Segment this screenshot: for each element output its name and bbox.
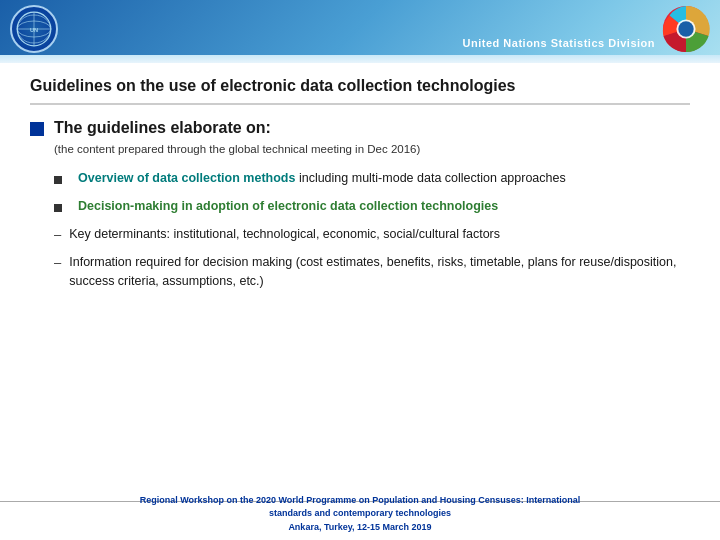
bullet-marker-square-2: [54, 199, 70, 215]
guidelines-heading: The guidelines elaborate on:: [30, 119, 690, 137]
un-logo: UN: [10, 5, 58, 53]
square-bullet-icon: [30, 122, 44, 136]
bullet-marker-square-1: [54, 171, 70, 187]
bullet-item-3: – Key determinants: institutional, techn…: [54, 225, 690, 243]
highlight-overview: Overview of data collection methods: [78, 171, 295, 185]
footer-line-3: Ankara, Turkey, 12-15 March 2019: [20, 521, 700, 535]
bullet-text-1: Overview of data collection methods incl…: [78, 169, 566, 187]
light-gradient-bar: [0, 55, 720, 63]
bullet-marker-dash-2: –: [54, 255, 61, 270]
bullet-item-4: – Information required for decision maki…: [54, 253, 690, 289]
bullet-text-rest-1: including multi-mode data collection app…: [299, 171, 566, 185]
main-content: Guidelines on the use of electronic data…: [0, 63, 720, 310]
un-stats-division-label: United Nations Statistics Division: [463, 37, 655, 49]
svg-point-8: [678, 21, 693, 36]
highlight-decision: Decision-making in adoption of electroni…: [78, 199, 498, 213]
bullet-text-2: Decision-making in adoption of electroni…: [78, 197, 498, 215]
sub-note: (the content prepared through the global…: [54, 143, 690, 155]
guidelines-heading-text: The guidelines elaborate on:: [54, 119, 271, 137]
svg-text:UN: UN: [30, 27, 38, 33]
bullet-item-2: Decision-making in adoption of electroni…: [54, 197, 690, 215]
bullet-item-1: Overview of data collection methods incl…: [54, 169, 690, 187]
bullet-marker-dash-1: –: [54, 227, 61, 242]
footer-line-2: standards and contemporary technologies: [20, 507, 700, 521]
sdg-wheel-icon: [662, 5, 710, 53]
slide-title: Guidelines on the use of electronic data…: [30, 77, 690, 105]
footer: Regional Workshop on the 2020 World Prog…: [0, 494, 720, 535]
footer-line-1: Regional Workshop on the 2020 World Prog…: [20, 494, 700, 508]
bullet-text-4: Information required for decision making…: [69, 253, 690, 289]
top-bar: UN United Nations Statistics Division: [0, 0, 720, 55]
bullet-items-list: Overview of data collection methods incl…: [54, 169, 690, 290]
bullet-text-3: Key determinants: institutional, technol…: [69, 225, 500, 243]
